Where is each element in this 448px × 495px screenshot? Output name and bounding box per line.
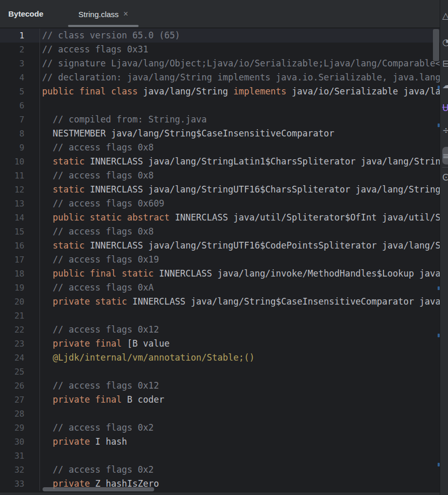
code-line-text: // access flags 0xA — [40, 281, 440, 295]
line-number: 1 — [0, 29, 40, 43]
tool-window-title: Bytecode — [8, 0, 44, 28]
line-number: 8 — [0, 127, 40, 141]
code-segment: @Ljdk/internal/vm/annotation/Stable;() — [42, 352, 254, 363]
line-number: 13 — [0, 197, 40, 211]
code-segment: INNERCLASS java/lang/StringUTF16$CodePoi… — [85, 240, 440, 251]
code-line-text: // compiled from: String.java — [40, 113, 440, 127]
code-segment: java/io/Serializable java/lang/Comparabl… — [287, 86, 440, 97]
code-segment: private static — [42, 296, 127, 307]
code-line[interactable]: 7 // compiled from: String.java — [0, 113, 440, 127]
code-segment: implements — [233, 86, 286, 97]
code-line-text: // access flags 0x8 — [40, 141, 440, 155]
vertical-scrollbar-thumb[interactable] — [433, 29, 439, 61]
code-segment: // access flags 0x12 — [42, 380, 159, 391]
line-number: 9 — [0, 141, 40, 155]
code-segment: INNERCLASS java/util/Spliterator$OfInt j… — [170, 212, 440, 223]
line-number: 4 — [0, 71, 40, 85]
code-line-text: private final B coder — [40, 393, 440, 407]
code-segment: static — [42, 156, 85, 167]
code-line[interactable]: 8 NESTMEMBER java/lang/String$CaseInsens… — [0, 127, 440, 141]
line-number: 11 — [0, 169, 40, 183]
code-line[interactable]: 20 private static INNERCLASS java/lang/S… — [0, 295, 440, 309]
code-line-text: // access flags 0x8 — [40, 169, 440, 183]
code-segment: java/lang/String — [138, 86, 233, 97]
stripe-separator — [442, 167, 448, 168]
clock-icon[interactable]: ◔ — [442, 36, 448, 48]
settings-sync-icon[interactable]: ÷ — [442, 124, 448, 136]
code-segment: // access flags 0x31 — [42, 44, 148, 54]
code-segment: [B value — [122, 338, 170, 349]
code-segment: static — [42, 240, 85, 251]
code-line[interactable]: 29 // access flags 0x2 — [0, 421, 440, 435]
code-line[interactable]: 30 private I hash — [0, 435, 440, 449]
code-line-text: static INNERCLASS java/lang/StringUTF16$… — [40, 239, 440, 253]
horizontal-scrollbar-thumb[interactable] — [43, 487, 154, 491]
code-segment: // access flags 0xA — [42, 282, 154, 293]
code-line[interactable]: 12 static INNERCLASS java/lang/StringUTF… — [0, 183, 440, 197]
code-line[interactable]: 3 // signature Ljava/lang/Object;Ljava/i… — [0, 57, 440, 71]
ai-assistant-icon[interactable]: ≡ — [442, 149, 448, 162]
code-segment: INNERCLASS java/lang/invoke/MethodHandle… — [154, 268, 440, 279]
code-line-text: @Ljdk/internal/vm/annotation/Stable;() — [40, 351, 440, 365]
code-segment: public final static — [42, 268, 154, 279]
code-line[interactable]: 11 // access flags 0x8 — [0, 169, 440, 183]
code-segment: // access flags 0x8 — [42, 142, 154, 153]
code-line[interactable]: 15 // access flags 0x8 — [0, 225, 440, 239]
code-line[interactable]: 17 // access flags 0x19 — [0, 253, 440, 267]
code-line[interactable]: 4 // declaration: java/lang/String imple… — [0, 71, 440, 85]
code-segment: // signature Ljava/lang/Object;Ljava/io/… — [42, 58, 440, 68]
code-line-text: // declaration: java/lang/String impleme… — [40, 71, 440, 85]
code-line-text — [40, 309, 440, 323]
bytecode-editor[interactable]: 1 // class version 65.0 (65) 2 // access… — [0, 29, 440, 491]
code-line[interactable]: 31 — [0, 449, 440, 463]
code-line[interactable]: 27 private final B coder — [0, 393, 440, 407]
tab-string-class[interactable]: String.class × — [68, 0, 139, 28]
gradle-icon[interactable]: Ͼ — [442, 171, 448, 184]
line-number: 33 — [0, 477, 40, 491]
code-line[interactable]: 32 // access flags 0x2 — [0, 463, 440, 477]
code-line[interactable]: 25 — [0, 365, 440, 379]
code-line-text — [40, 407, 440, 421]
profiler-icon[interactable]: Ʉ — [442, 102, 448, 114]
code-line[interactable]: 16 static INNERCLASS java/lang/StringUTF… — [0, 239, 440, 253]
tab-close-icon[interactable]: × — [124, 10, 128, 18]
code-line[interactable]: 6 — [0, 99, 440, 113]
code-segment: // access flags 0x8 — [42, 226, 154, 237]
code-line[interactable]: 21 — [0, 309, 440, 323]
code-line-text — [40, 365, 440, 379]
code-line-text: // access flags 0x8 — [40, 225, 440, 239]
right-tool-stripe: △◔⊟☁Ʉ÷≡Ͼ — [440, 0, 448, 495]
code-line[interactable]: 26 // access flags 0x12 — [0, 379, 440, 393]
code-line[interactable]: 9 // access flags 0x8 — [0, 141, 440, 155]
code-line[interactable]: 18 public final static INNERCLASS java/l… — [0, 267, 440, 281]
code-line-text: // access flags 0x609 — [40, 197, 440, 211]
code-line[interactable]: 23 private final [B value — [0, 337, 440, 351]
code-line[interactable]: 5 public final class java/lang/String im… — [0, 85, 440, 99]
code-line[interactable]: 13 // access flags 0x609 — [0, 197, 440, 211]
line-number: 25 — [0, 365, 40, 379]
code-segment: // access flags 0x8 — [42, 170, 154, 181]
code-segment: // access flags 0x19 — [42, 254, 159, 265]
code-line[interactable]: 14 public static abstract INNERCLASS jav… — [0, 211, 440, 225]
line-number: 21 — [0, 309, 40, 323]
code-segment: INNERCLASS java/lang/StringUTF16$CharsSp… — [85, 184, 440, 195]
line-number: 29 — [0, 421, 40, 435]
bottom-border-strip — [0, 492, 440, 495]
line-number: 3 — [0, 57, 40, 71]
code-segment: // compiled from: String.java — [42, 114, 207, 125]
code-line[interactable]: 24 @Ljdk/internal/vm/annotation/Stable;(… — [0, 351, 440, 365]
line-number: 5 — [0, 85, 40, 99]
code-segment: // access flags 0x12 — [42, 324, 159, 335]
line-number: 18 — [0, 267, 40, 281]
code-line[interactable]: 2 // access flags 0x31 — [0, 43, 440, 57]
cloud-icon[interactable]: ☁ — [442, 79, 448, 91]
code-line[interactable]: 1 // class version 65.0 (65) — [0, 29, 440, 43]
code-line[interactable]: 28 — [0, 407, 440, 421]
code-line[interactable]: 10 static INNERCLASS java/lang/StringLat… — [0, 155, 440, 169]
code-line-text: // access flags 0x12 — [40, 379, 440, 393]
database-icon[interactable]: ⊟ — [442, 57, 448, 70]
notifications-icon[interactable]: △ — [442, 9, 448, 22]
tab-label: String.class — [78, 10, 119, 19]
code-line[interactable]: 19 // access flags 0xA — [0, 281, 440, 295]
code-line[interactable]: 22 // access flags 0x12 — [0, 323, 440, 337]
